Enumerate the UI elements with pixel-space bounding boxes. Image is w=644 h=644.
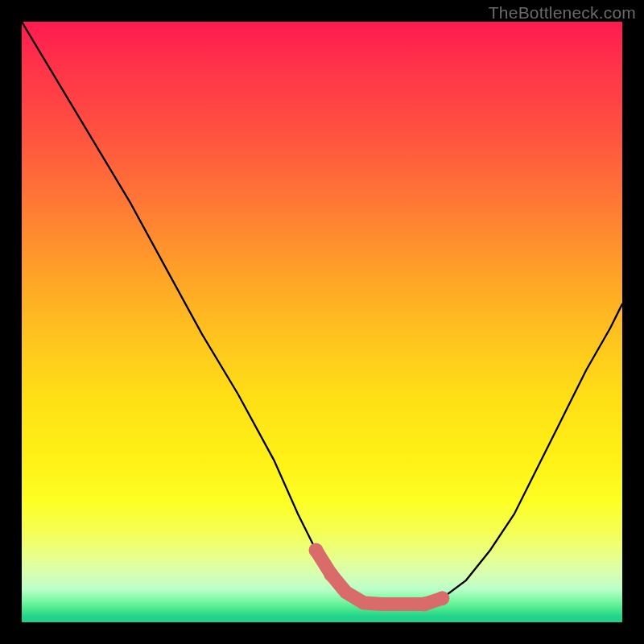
plot-area xyxy=(22,22,622,622)
highlight-dot xyxy=(435,591,449,605)
chart-svg xyxy=(22,22,622,622)
highlight-dot xyxy=(417,597,431,612)
chart-frame: TheBottleneck.com xyxy=(0,0,644,644)
highlight-dot xyxy=(309,543,324,558)
highlight-dot xyxy=(324,567,338,581)
curve-left-path xyxy=(22,22,400,605)
curve-right-path xyxy=(400,304,622,605)
watermark-text: TheBottleneck.com xyxy=(489,3,636,23)
